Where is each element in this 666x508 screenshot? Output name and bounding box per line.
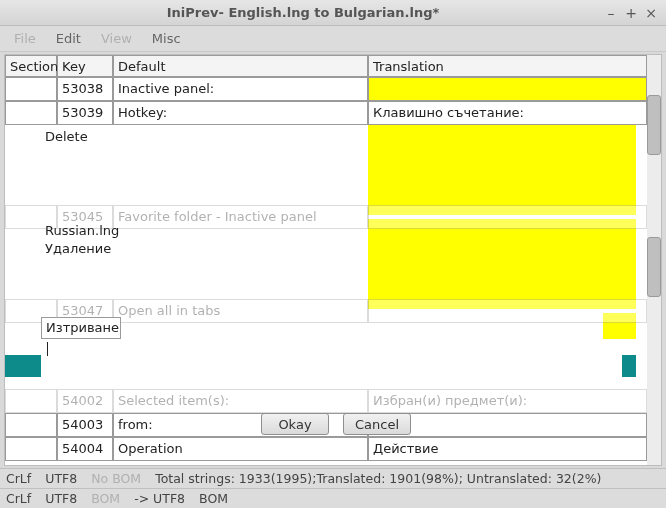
cell-default: Selected item(s): bbox=[113, 389, 368, 413]
cell-section bbox=[5, 437, 57, 461]
table-row[interactable]: 53039 Hotkey: Клавишно съчетание: bbox=[5, 101, 647, 125]
cell-key: 54004 bbox=[57, 437, 113, 461]
cell-translation[interactable]: Избран(и) предмет(и): bbox=[368, 389, 647, 413]
status-utf8: UTF8 bbox=[45, 491, 77, 506]
maximize-button[interactable]: + bbox=[622, 4, 640, 22]
menu-view[interactable]: View bbox=[91, 28, 142, 49]
cell-translation[interactable] bbox=[368, 205, 647, 229]
cell-translation[interactable]: Действие bbox=[368, 437, 647, 461]
scrollbar-thumb-upper[interactable] bbox=[647, 95, 661, 155]
cell-translation[interactable] bbox=[368, 299, 647, 323]
minimize-button[interactable]: – bbox=[602, 4, 620, 22]
selection-marker bbox=[622, 355, 636, 377]
okay-button[interactable]: Okay bbox=[261, 413, 329, 435]
status-crlf: CrLf bbox=[6, 471, 31, 486]
menubar: File Edit View Misc bbox=[0, 26, 666, 52]
status-crlf: CrLf bbox=[6, 491, 31, 506]
table-row[interactable]: 54004 Operation Действие bbox=[5, 437, 647, 461]
cell-translation[interactable]: Клавишно съчетание: bbox=[368, 101, 647, 125]
cell-default: Inactive panel: bbox=[113, 77, 368, 101]
cell-section bbox=[5, 413, 57, 437]
cell-key: 53039 bbox=[57, 101, 113, 125]
menu-file[interactable]: File bbox=[4, 28, 46, 49]
header-section[interactable]: Section bbox=[5, 55, 57, 77]
table-row[interactable]: 53038 Inactive panel: bbox=[5, 77, 647, 101]
dialog-buttons: Okay Cancel bbox=[261, 413, 411, 435]
scrollbar-thumb-lower[interactable] bbox=[647, 237, 661, 297]
content-area: Section Key Default Translation 53038 In… bbox=[4, 54, 662, 466]
header-default[interactable]: Default bbox=[113, 55, 368, 77]
cell-default: Favorite folder - Inactive panel bbox=[113, 205, 368, 229]
header-key[interactable]: Key bbox=[57, 55, 113, 77]
statusbar-source: CrLf UTF8 No BOM Total strings: 1933(199… bbox=[0, 468, 666, 488]
translation-input-text: Изтриване bbox=[46, 320, 119, 335]
statusbar-target: CrLf UTF8 BOM -> UTF8 BOM bbox=[0, 488, 666, 508]
status-utf8: UTF8 bbox=[45, 471, 77, 486]
cell-default: Operation bbox=[113, 437, 368, 461]
cell-section bbox=[5, 77, 57, 101]
table-row[interactable]: 54002 Selected item(s): Избран(и) предме… bbox=[5, 389, 647, 413]
status-bom: BOM bbox=[91, 491, 120, 506]
cell-section bbox=[5, 389, 57, 413]
cancel-button[interactable]: Cancel bbox=[343, 413, 411, 435]
menu-misc[interactable]: Misc bbox=[142, 28, 191, 49]
selection-marker bbox=[5, 355, 41, 377]
cell-key: 54002 bbox=[57, 389, 113, 413]
header-translation[interactable]: Translation bbox=[368, 55, 647, 77]
status-bom2: BOM bbox=[199, 491, 228, 506]
status-summary: Total strings: 1933(1995);Translated: 19… bbox=[155, 471, 601, 486]
label-udalenie: Удаление bbox=[45, 241, 111, 256]
cell-section bbox=[5, 101, 57, 125]
translation-input[interactable]: Изтриване bbox=[41, 317, 121, 339]
close-button[interactable]: × bbox=[642, 4, 660, 22]
highlight-block bbox=[368, 125, 636, 215]
titlebar: IniPrev- English.lng to Bulgarian.lng* –… bbox=[0, 0, 666, 26]
cell-default: Open all in tabs bbox=[113, 299, 368, 323]
cell-key: 54003 bbox=[57, 413, 113, 437]
cell-key: 53038 bbox=[57, 77, 113, 101]
label-russian: Russian.lng bbox=[45, 223, 119, 238]
cell-translation[interactable] bbox=[368, 77, 647, 101]
highlight-block bbox=[368, 219, 636, 309]
status-arrow: -> UTF8 bbox=[134, 491, 185, 506]
table-header: Section Key Default Translation bbox=[5, 55, 647, 77]
status-bom: No BOM bbox=[91, 471, 141, 486]
window-title: IniPrev- English.lng to Bulgarian.lng* bbox=[6, 5, 600, 20]
menu-edit[interactable]: Edit bbox=[46, 28, 91, 49]
cell-default: Hotkey: bbox=[113, 101, 368, 125]
label-delete: Delete bbox=[45, 129, 88, 144]
